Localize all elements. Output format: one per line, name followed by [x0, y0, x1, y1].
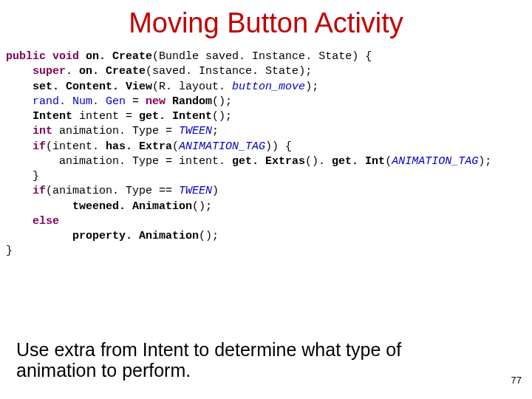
- kw-if2: if: [33, 185, 46, 197]
- call-property: property. Animation: [72, 230, 199, 242]
- call-getintent: get. Intent: [139, 110, 212, 123]
- call-getextras: get. Extras: [232, 155, 305, 168]
- field-rand: rand. Num. Gen: [33, 95, 126, 108]
- page-title: Moving Button Activity: [0, 0, 532, 39]
- kw-new: new: [146, 95, 166, 108]
- param-bundle: Bundle saved. Instance. State: [159, 50, 352, 63]
- class-random: Random: [172, 95, 212, 108]
- kw-super: super: [33, 65, 66, 78]
- static-tween1: TWEEN: [179, 125, 212, 137]
- kw-int: int: [33, 125, 52, 137]
- var-intent: intent: [79, 110, 119, 123]
- static-tag2: ANIMATION_TAG: [392, 155, 478, 168]
- method-oncreate: on. Create: [86, 50, 152, 63]
- call-setcontent: set. Content. View: [33, 81, 152, 93]
- class-intent: Intent: [33, 110, 72, 123]
- r-layout: R. layout.: [159, 81, 225, 93]
- call-oncreate: on. Create: [79, 65, 146, 78]
- caption-text: Use extra from Intent to determine what …: [16, 339, 430, 382]
- page-number: 77: [511, 375, 522, 386]
- arg-saved: saved. Instance. State: [152, 65, 299, 78]
- slide: Moving Button Activity public void on. C…: [0, 0, 532, 399]
- kw-if1: if: [33, 140, 46, 153]
- static-tag1: ANIMATION_TAG: [179, 140, 265, 153]
- static-tween2: TWEEN: [179, 185, 212, 197]
- call-getint: get. Int: [332, 155, 385, 168]
- kw-void: void: [52, 50, 79, 63]
- call-hasextra: has. Extra: [106, 140, 172, 153]
- var-animtype: animation. Type: [59, 125, 159, 137]
- kw-else: else: [33, 215, 59, 228]
- call-tweened: tweened. Animation: [72, 200, 192, 213]
- kw-public: public: [6, 50, 46, 63]
- static-button-move: button_move: [232, 81, 305, 93]
- code-block: public void on. Create(Bundle saved. Ins…: [0, 39, 532, 259]
